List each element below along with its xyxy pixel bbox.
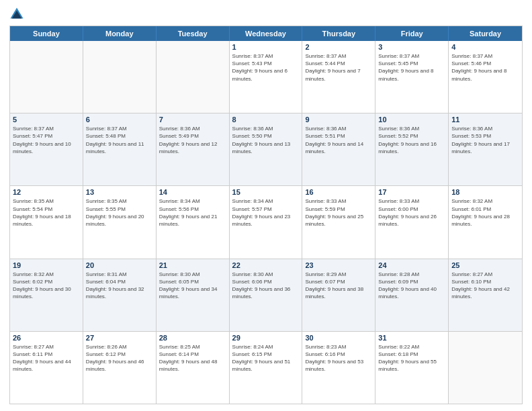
date-number: 15 [232,188,300,196]
cell-info: Sunrise: 8:36 AM Sunset: 5:53 PM Dayligh… [451,125,519,155]
cell-info: Sunrise: 8:24 AM Sunset: 6:15 PM Dayligh… [232,343,300,373]
cell-info: Sunrise: 8:31 AM Sunset: 6:04 PM Dayligh… [86,271,153,301]
day-header-wednesday: Wednesday [230,26,303,41]
cell-info: Sunrise: 8:32 AM Sunset: 6:01 PM Dayligh… [451,197,519,228]
date-number: 7 [159,116,226,124]
calendar-cell-empty-1 [83,41,157,113]
calendar-body: 1Sunrise: 8:37 AM Sunset: 5:43 PM Daylig… [10,41,522,404]
calendar-row-2: 12Sunrise: 8:35 AM Sunset: 5:54 PM Dayli… [10,186,522,259]
cell-info: Sunrise: 8:29 AM Sunset: 6:07 PM Dayligh… [305,271,372,301]
cell-info: Sunrise: 8:37 AM Sunset: 5:43 PM Dayligh… [232,52,300,83]
calendar-cell-17: 17Sunrise: 8:33 AM Sunset: 6:00 PM Dayli… [375,186,449,258]
calendar-row-3: 19Sunrise: 8:32 AM Sunset: 6:02 PM Dayli… [10,259,522,332]
day-header-tuesday: Tuesday [157,26,230,41]
calendar-cell-30: 30Sunrise: 8:23 AM Sunset: 6:16 PM Dayli… [302,332,375,404]
calendar-cell-27: 27Sunrise: 8:26 AM Sunset: 6:12 PM Dayli… [83,332,157,404]
calendar-cell-4: 4Sunrise: 8:37 AM Sunset: 5:46 PM Daylig… [449,41,522,113]
cell-info: Sunrise: 8:28 AM Sunset: 6:09 PM Dayligh… [378,271,445,301]
date-number: 21 [159,261,226,269]
date-number: 3 [378,43,445,51]
cell-info: Sunrise: 8:33 AM Sunset: 5:59 PM Dayligh… [305,197,372,228]
cell-info: Sunrise: 8:35 AM Sunset: 5:54 PM Dayligh… [13,197,80,228]
cell-info: Sunrise: 8:36 AM Sunset: 5:50 PM Dayligh… [232,125,300,155]
calendar-cell-25: 25Sunrise: 8:27 AM Sunset: 6:10 PM Dayli… [449,259,522,331]
date-number: 1 [232,43,300,51]
cell-info: Sunrise: 8:36 AM Sunset: 5:51 PM Dayligh… [305,125,372,155]
calendar-cell-15: 15Sunrise: 8:34 AM Sunset: 5:57 PM Dayli… [230,186,303,258]
date-number: 17 [378,188,445,196]
cell-info: Sunrise: 8:30 AM Sunset: 6:05 PM Dayligh… [159,271,226,301]
cell-info: Sunrise: 8:36 AM Sunset: 5:52 PM Dayligh… [378,125,445,155]
calendar-cell-6: 6Sunrise: 8:37 AM Sunset: 5:48 PM Daylig… [83,113,157,185]
calendar-cell-28: 28Sunrise: 8:25 AM Sunset: 6:14 PM Dayli… [157,332,230,404]
cell-info: Sunrise: 8:35 AM Sunset: 5:55 PM Dayligh… [86,197,153,228]
calendar-cell-13: 13Sunrise: 8:35 AM Sunset: 5:55 PM Dayli… [83,186,157,258]
calendar-cell-14: 14Sunrise: 8:34 AM Sunset: 5:56 PM Dayli… [157,186,230,258]
cell-info: Sunrise: 8:36 AM Sunset: 5:49 PM Dayligh… [159,125,226,155]
calendar-cell-2: 2Sunrise: 8:37 AM Sunset: 5:44 PM Daylig… [302,41,375,113]
cell-info: Sunrise: 8:37 AM Sunset: 5:46 PM Dayligh… [451,52,519,83]
calendar-cell-31: 31Sunrise: 8:22 AM Sunset: 6:18 PM Dayli… [375,332,449,404]
cell-info: Sunrise: 8:22 AM Sunset: 6:18 PM Dayligh… [378,343,445,373]
day-header-sunday: Sunday [10,26,83,41]
logo-icon [9,7,24,21]
calendar-header: SundayMondayTuesdayWednesdayThursdayFrid… [10,26,522,41]
calendar-cell-21: 21Sunrise: 8:30 AM Sunset: 6:05 PM Dayli… [157,259,230,331]
date-number: 29 [232,334,300,342]
cell-info: Sunrise: 8:25 AM Sunset: 6:14 PM Dayligh… [159,343,226,373]
calendar-cell-22: 22Sunrise: 8:30 AM Sunset: 6:06 PM Dayli… [230,259,303,331]
calendar-cell-10: 10Sunrise: 8:36 AM Sunset: 5:52 PM Dayli… [375,113,449,185]
cell-info: Sunrise: 8:34 AM Sunset: 5:57 PM Dayligh… [232,197,300,228]
date-number: 4 [451,43,519,51]
date-number: 31 [378,334,445,342]
calendar-row-4: 26Sunrise: 8:27 AM Sunset: 6:11 PM Dayli… [10,332,522,404]
calendar-row-1: 5Sunrise: 8:37 AM Sunset: 5:47 PM Daylig… [10,113,522,186]
day-header-friday: Friday [375,26,449,41]
date-number: 8 [232,116,300,124]
date-number: 20 [86,261,153,269]
cell-info: Sunrise: 8:37 AM Sunset: 5:47 PM Dayligh… [13,125,80,155]
date-number: 30 [305,334,372,342]
day-header-thursday: Thursday [302,26,375,41]
date-number: 5 [13,116,80,124]
date-number: 18 [451,188,519,196]
cell-info: Sunrise: 8:30 AM Sunset: 6:06 PM Dayligh… [232,271,300,301]
cell-info: Sunrise: 8:37 AM Sunset: 5:45 PM Dayligh… [378,52,445,83]
date-number: 9 [305,116,372,124]
logo [9,7,27,21]
date-number: 14 [159,188,226,196]
cell-info: Sunrise: 8:27 AM Sunset: 6:10 PM Dayligh… [451,271,519,301]
date-number: 28 [159,334,226,342]
date-number: 22 [232,261,300,269]
calendar-cell-16: 16Sunrise: 8:33 AM Sunset: 5:59 PM Dayli… [302,186,375,258]
cell-info: Sunrise: 8:32 AM Sunset: 6:02 PM Dayligh… [13,271,80,301]
calendar-cell-19: 19Sunrise: 8:32 AM Sunset: 6:02 PM Dayli… [10,259,83,331]
calendar-cell-3: 3Sunrise: 8:37 AM Sunset: 5:45 PM Daylig… [375,41,449,113]
cell-info: Sunrise: 8:26 AM Sunset: 6:12 PM Dayligh… [86,343,153,373]
calendar-cell-7: 7Sunrise: 8:36 AM Sunset: 5:49 PM Daylig… [157,113,230,185]
cell-info: Sunrise: 8:33 AM Sunset: 6:00 PM Dayligh… [378,197,445,228]
header [9,7,523,21]
calendar-cell-29: 29Sunrise: 8:24 AM Sunset: 6:15 PM Dayli… [230,332,303,404]
calendar-cell-24: 24Sunrise: 8:28 AM Sunset: 6:09 PM Dayli… [375,259,449,331]
page: SundayMondayTuesdayWednesdayThursdayFrid… [0,0,532,411]
date-number: 23 [305,261,372,269]
calendar-cell-18: 18Sunrise: 8:32 AM Sunset: 6:01 PM Dayli… [449,186,522,258]
cell-info: Sunrise: 8:37 AM Sunset: 5:44 PM Dayligh… [305,52,372,83]
cell-info: Sunrise: 8:27 AM Sunset: 6:11 PM Dayligh… [13,343,80,373]
date-number: 25 [451,261,519,269]
date-number: 19 [13,261,80,269]
date-number: 16 [305,188,372,196]
calendar-cell-empty-6 [449,332,522,404]
cell-info: Sunrise: 8:23 AM Sunset: 6:16 PM Dayligh… [305,343,372,373]
calendar-cell-empty-2 [157,41,230,113]
calendar-cell-1: 1Sunrise: 8:37 AM Sunset: 5:43 PM Daylig… [230,41,303,113]
date-number: 24 [378,261,445,269]
date-number: 27 [86,334,153,342]
date-number: 26 [13,334,80,342]
calendar-cell-11: 11Sunrise: 8:36 AM Sunset: 5:53 PM Dayli… [449,113,522,185]
date-number: 11 [451,116,519,124]
calendar-cell-20: 20Sunrise: 8:31 AM Sunset: 6:04 PM Dayli… [83,259,157,331]
calendar-cell-26: 26Sunrise: 8:27 AM Sunset: 6:11 PM Dayli… [10,332,83,404]
calendar: SundayMondayTuesdayWednesdayThursdayFrid… [9,26,523,404]
